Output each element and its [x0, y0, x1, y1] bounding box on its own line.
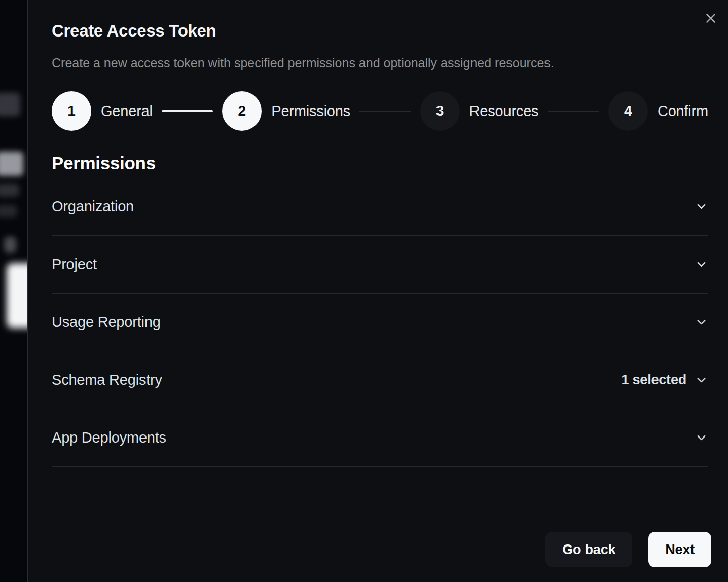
- step-circle: 3: [420, 91, 460, 131]
- background-page: [0, 0, 27, 582]
- blurred-background-text: [0, 205, 17, 217]
- selection-badge: 1 selected: [621, 372, 686, 388]
- stepper-connector: [162, 110, 213, 112]
- stepper-step-permissions[interactable]: 2 Permissions: [222, 91, 350, 131]
- chevron-down-icon[interactable]: [695, 373, 708, 387]
- blurred-background-text: [0, 184, 19, 197]
- blurred-background-text: [0, 93, 20, 116]
- blurred-background-icon: [4, 237, 16, 253]
- dialog-title: Create Access Token: [52, 21, 708, 41]
- blurred-background-heading: [0, 152, 23, 176]
- accordion-row-schema-registry[interactable]: Schema Registry 1 selected: [52, 351, 708, 409]
- step-label: General: [101, 103, 153, 120]
- stepper-step-resources[interactable]: 3 Resources: [420, 91, 539, 131]
- step-number: 1: [67, 103, 76, 119]
- accordion-row-usage-reporting[interactable]: Usage Reporting: [52, 294, 708, 351]
- step-number: 3: [436, 103, 444, 119]
- accordion-label: Project: [52, 256, 97, 273]
- permissions-heading: Permissions: [52, 153, 708, 173]
- accordion-row-app-deployments[interactable]: App Deployments: [52, 409, 708, 467]
- accordion-label: Usage Reporting: [52, 314, 161, 331]
- accordion-label: App Deployments: [52, 429, 166, 446]
- step-number: 2: [238, 103, 246, 119]
- accordion-row-organization[interactable]: Organization: [52, 178, 708, 236]
- blurred-background-card: [7, 263, 27, 328]
- accordion-label: Schema Registry: [52, 372, 162, 388]
- accordion-row-project[interactable]: Project: [52, 236, 708, 294]
- dialog-footer: Go back Next: [545, 532, 711, 567]
- close-icon: [703, 11, 718, 26]
- step-number: 4: [624, 103, 632, 119]
- step-label: Confirm: [658, 103, 708, 120]
- close-button[interactable]: [702, 10, 719, 27]
- step-label: Resources: [469, 103, 539, 120]
- chevron-down-icon[interactable]: [695, 200, 708, 213]
- step-circle: 1: [52, 91, 91, 131]
- create-access-token-dialog: Create Access Token Create a new access …: [27, 0, 728, 582]
- step-circle: 2: [222, 91, 262, 131]
- chevron-down-icon[interactable]: [695, 258, 708, 271]
- permissions-accordion: Organization Project Usage Reporting: [52, 178, 708, 467]
- step-label: Permissions: [271, 103, 350, 120]
- stepper-connector: [548, 111, 599, 112]
- chevron-down-icon[interactable]: [695, 431, 708, 445]
- chevron-down-icon[interactable]: [695, 315, 708, 329]
- go-back-button[interactable]: Go back: [545, 532, 632, 567]
- dialog-subtitle: Create a new access token with specified…: [52, 56, 708, 70]
- next-button[interactable]: Next: [648, 532, 711, 567]
- stepper-connector: [359, 111, 411, 112]
- stepper-step-general[interactable]: 1 General: [52, 91, 153, 131]
- accordion-label: Organization: [52, 198, 134, 215]
- wizard-stepper: 1 General 2 Permissions 3 Resources 4 Co…: [52, 91, 708, 131]
- stepper-step-confirm[interactable]: 4 Confirm: [608, 91, 708, 131]
- step-circle: 4: [608, 91, 648, 131]
